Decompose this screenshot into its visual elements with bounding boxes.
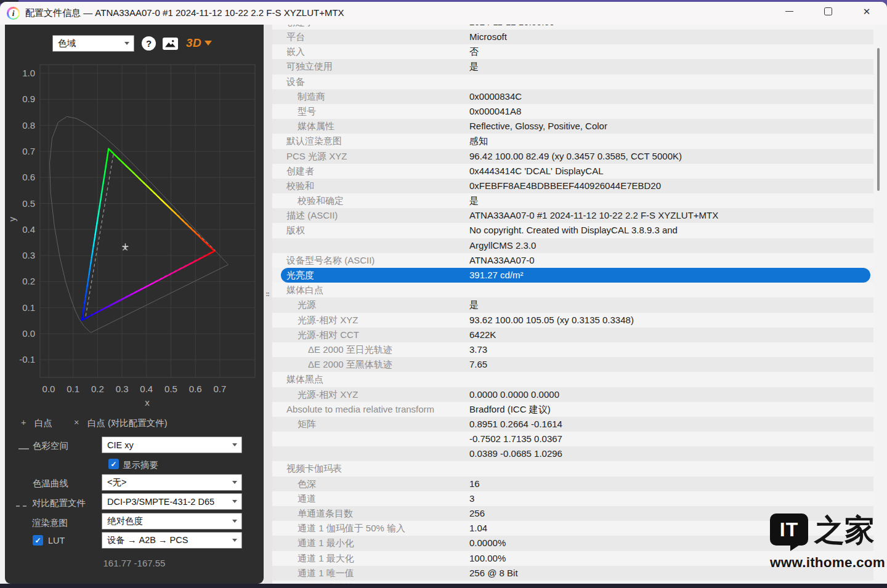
chromaticity-chart[interactable]: 0.00.10.20.30.40.50.60.7-0.10.00.10.20.3… bbox=[5, 62, 264, 406]
check-icon: ✓ bbox=[34, 536, 41, 545]
row-value: 0.8951 0.2664 -0.1614 bbox=[469, 417, 562, 432]
table-row[interactable]: 视频卡伽玛表 bbox=[272, 461, 873, 476]
svg-text:y: y bbox=[7, 217, 17, 222]
row-value: Reflective, Glossy, Positive, Color bbox=[469, 119, 607, 134]
compare-profile-select[interactable]: DCI-P3/SMPTE-431-2 D65 bbox=[102, 493, 242, 510]
chevron-down-icon bbox=[232, 500, 237, 503]
table-row[interactable]: 光源-相对 CCT6422K bbox=[272, 328, 873, 342]
table-row[interactable]: 校验和0xFEBFF8AE4BDBBEEF440926044E7EBD20 bbox=[272, 179, 873, 193]
row-label: PCS 光源 XYZ bbox=[272, 149, 469, 164]
row-label: 媒体白点 bbox=[272, 283, 469, 297]
table-row[interactable]: 版权No copyright. Created with DisplayCAL … bbox=[272, 223, 873, 238]
save-image-button[interactable] bbox=[163, 38, 178, 50]
table-row[interactable]: 媒体白点 bbox=[272, 283, 873, 297]
table-row[interactable]: 色深16 bbox=[272, 477, 873, 491]
row-label: 描述 (ASCII) bbox=[272, 208, 469, 223]
show-summary-label: 显示摘要 bbox=[123, 459, 158, 471]
table-row[interactable]: Absolute to media relative transformBrad… bbox=[272, 402, 873, 417]
help-button[interactable]: ? bbox=[142, 36, 156, 50]
row-value: 0.0000% bbox=[469, 536, 506, 550]
svg-text:0.2: 0.2 bbox=[91, 384, 104, 394]
show-summary-checkbox[interactable]: ✓ bbox=[108, 459, 119, 469]
table-row[interactable]: 设备 bbox=[272, 75, 873, 89]
table-row[interactable]: 创建者0x4443414C 'DCAL' DisplayCAL bbox=[272, 164, 873, 179]
table-row[interactable]: 校验和确定是 bbox=[272, 193, 873, 208]
row-label bbox=[272, 446, 469, 461]
table-row[interactable]: 设备型号名称 (ASCII)ATNA33AA07-0 bbox=[272, 253, 873, 268]
row-value: 0x0000834C bbox=[469, 89, 522, 104]
table-row[interactable]: ΔE 2000 至日光轨迹3.73 bbox=[272, 342, 873, 357]
svg-text:0.1: 0.1 bbox=[67, 384, 79, 394]
ithome-watermark: IT 之家 www.ithome.com bbox=[770, 513, 881, 571]
row-value: ATNA33AA07-0 #1 2024-11-12 10-22 2.2 F-S… bbox=[469, 208, 718, 223]
row-value: 6422K bbox=[469, 328, 496, 342]
window-bottom-edge bbox=[0, 584, 887, 588]
row-value: 1.04 bbox=[469, 521, 487, 536]
cursor-coordinates: 161.77 -167.55 bbox=[5, 558, 264, 568]
table-row-selected[interactable]: 光亮度391.27 cd/m² bbox=[281, 268, 870, 283]
lut-label: LUT bbox=[48, 536, 65, 546]
view-select[interactable]: 色域 bbox=[52, 35, 134, 52]
table-row[interactable]: 描述 (ASCII)ATNA33AA07-0 #1 2024-11-12 10-… bbox=[272, 208, 873, 223]
row-label: 设备 bbox=[272, 75, 469, 89]
temp-curve-select[interactable]: <无> bbox=[102, 474, 242, 491]
scrollbar-thumb[interactable] bbox=[877, 48, 880, 191]
table-row[interactable]: -0.7502 1.7135 0.0367 bbox=[272, 432, 873, 446]
table-row[interactable]: 可独立使用是 bbox=[272, 59, 873, 74]
table-row[interactable]: 光源-相对 XYZ93.62 100.00 105.05 (xy 0.3135 … bbox=[272, 313, 873, 328]
minimize-button[interactable] bbox=[775, 0, 803, 23]
svg-text:0.6: 0.6 bbox=[189, 384, 202, 394]
table-row[interactable]: ΔE 2000 至黑体轨迹7.65 bbox=[272, 357, 873, 372]
colorspace-select[interactable]: CIE xy bbox=[102, 437, 242, 453]
table-row[interactable]: 光源是 bbox=[272, 297, 873, 312]
table-row[interactable]: PCS 光源 XYZ96.42 100.00 82.49 (xy 0.3457 … bbox=[272, 149, 873, 164]
table-row[interactable]: 通道3 bbox=[272, 491, 873, 506]
svg-text:0.0: 0.0 bbox=[22, 328, 35, 339]
table-row[interactable]: 型号0x000041A8 bbox=[272, 104, 873, 119]
row-value: 256 bbox=[469, 506, 485, 521]
info-icon bbox=[7, 7, 20, 20]
compare-profile-value: DCI-P3/SMPTE-431-2 D65 bbox=[107, 497, 214, 507]
table-row[interactable]: 默认渲染意图感知 bbox=[272, 134, 873, 148]
rendering-intent-select[interactable]: 绝对色度 bbox=[102, 513, 242, 530]
chevron-down-icon bbox=[232, 481, 237, 484]
row-label: 通道 1 最大化 bbox=[272, 551, 469, 566]
panel-splitter[interactable]: •••• bbox=[264, 25, 272, 584]
table-row[interactable]: 平台Microsoft bbox=[272, 30, 873, 44]
svg-text:0.5: 0.5 bbox=[164, 384, 177, 394]
table-row[interactable]: 媒体黑点 bbox=[272, 372, 873, 387]
table-row[interactable]: 光源-相对 XYZ0.0000 0.0000 0.0000 bbox=[272, 387, 873, 402]
row-label: 平台 bbox=[272, 30, 469, 44]
legend-whitepoint-comparison: 白点 (对比配置文件) bbox=[87, 417, 168, 429]
svg-text:0.0: 0.0 bbox=[43, 384, 55, 394]
svg-text:0.1: 0.1 bbox=[22, 302, 35, 313]
table-row[interactable]: 创建于2024-11-12 10:55:50 bbox=[272, 25, 873, 30]
chart-panel: 色域 ? 3D 0.00.10.20.30.40.50.60.7-0.10.00… bbox=[5, 25, 264, 584]
lut-checkbox[interactable]: ✓ bbox=[33, 535, 43, 546]
row-value: Bradford (ICC 建议) bbox=[469, 402, 551, 417]
row-value: 96.42 100.00 82.49 (xy 0.3457 0.3585, CC… bbox=[469, 149, 682, 164]
scrollbar-track[interactable] bbox=[873, 25, 887, 584]
profile-info-table: 创建于2024-11-12 10:55:50平台Microsoft嵌入否可独立使… bbox=[272, 25, 873, 588]
row-value: 256 @ 8 Bit bbox=[469, 566, 518, 581]
legend-whitepoint: 白点 bbox=[34, 417, 52, 429]
row-label: 光亮度 bbox=[281, 268, 469, 283]
row-value: 100.00% bbox=[469, 551, 506, 566]
table-row[interactable]: 制造商0x0000834C bbox=[272, 89, 873, 104]
rendering-intent-value: 绝对色度 bbox=[107, 515, 143, 527]
lut-direction-select[interactable]: 设备 → A2B → PCS bbox=[102, 532, 242, 549]
row-label: 可独立使用 bbox=[272, 59, 469, 74]
row-label: 校验和确定 bbox=[272, 193, 469, 208]
table-row[interactable]: 0.0389 -0.0685 1.0296 bbox=[272, 446, 873, 461]
table-row[interactable]: ArgyllCMS 2.3.0 bbox=[272, 238, 873, 253]
3d-view-button[interactable]: 3D bbox=[186, 36, 212, 50]
table-row[interactable]: 矩阵0.8951 0.2664 -0.1614 bbox=[272, 417, 873, 432]
row-label: 通道 1 唯一值 bbox=[272, 566, 469, 581]
row-value: 93.62 100.00 105.05 (xy 0.3135 0.3348) bbox=[469, 313, 634, 328]
table-row[interactable]: 媒体属性Reflective, Glossy, Positive, Color bbox=[272, 119, 873, 134]
row-value: 是 bbox=[469, 59, 479, 74]
table-row[interactable]: 嵌入否 bbox=[272, 44, 873, 59]
close-button[interactable]: ✕ bbox=[853, 0, 881, 23]
temp-curve-label: 色温曲线 bbox=[33, 478, 68, 489]
maximize-button[interactable] bbox=[814, 0, 842, 23]
